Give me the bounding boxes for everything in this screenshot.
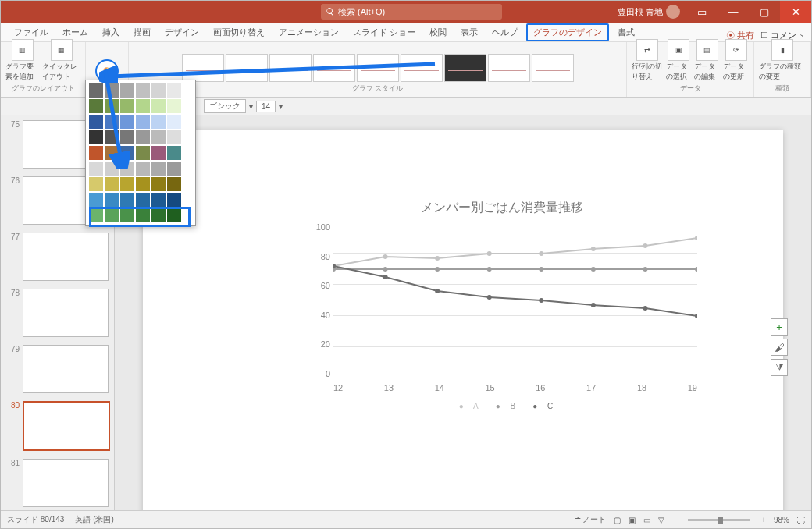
minimize-button[interactable]: — [718,1,749,23]
chart-styles-button[interactable]: 🖌 [771,339,788,356]
zoom-label[interactable]: 98% [774,516,789,524]
color-swatch[interactable] [136,99,150,113]
editor-canvas: メンバー別ごはん消費量推移 10080604020012131415161718… [115,115,811,510]
search-icon [326,7,335,16]
tab-transitions[interactable]: 画面切り替え [206,23,272,41]
color-swatch[interactable] [120,177,134,191]
font-size-select[interactable]: 14 [256,101,276,112]
tab-chart-design[interactable]: グラフのデザイン [526,23,609,41]
add-chart-element-button[interactable]: ▥ グラフ要素を追加 [5,39,39,82]
color-swatch[interactable] [167,83,181,98]
slide[interactable]: メンバー別ごはん消費量推移 10080604020012131415161718… [143,130,783,510]
search-placeholder: 検索 (Alt+Q) [338,6,385,18]
chart-elements-button[interactable]: + [771,318,788,336]
ribbon-options-button[interactable]: ▭ [686,1,718,23]
color-swatch[interactable] [151,177,166,191]
color-swatch[interactable] [167,99,181,113]
refresh-icon: ⟳ [725,39,747,61]
notes-button[interactable]: ≐ ノート [575,514,607,525]
user-identity[interactable]: 豊田根 青地 [618,5,680,19]
color-swatch[interactable] [167,130,181,144]
tab-insert[interactable]: 挿入 [95,23,126,41]
fit-button[interactable]: ⛶ [797,516,805,524]
maximize-button[interactable]: ▢ [749,1,780,23]
chart-plot[interactable]: 1008060402001213141516171819 [307,222,697,378]
slide-thumb[interactable]: 79 [1,345,114,393]
search-box[interactable]: 検索 (Alt+Q) [321,4,502,20]
view-reading-button[interactable]: ▭ [643,516,650,524]
font-name-select[interactable]: ゴシック [204,99,246,113]
group-label-styles: グラフ スタイル [352,83,404,94]
color-swatch[interactable] [151,115,166,129]
color-swatch[interactable] [167,115,181,129]
tab-design[interactable]: デザイン [158,23,206,41]
group-label-type: 種類 [775,83,789,94]
chart-style-7[interactable] [444,54,486,82]
tab-animations[interactable]: アニメーション [272,23,346,41]
color-swatch[interactable] [136,193,150,207]
color-swatch[interactable] [136,83,150,98]
annotation-arrow-2 [99,68,130,169]
tab-view[interactable]: 表示 [454,23,485,41]
color-swatch[interactable] [89,177,103,191]
select-data-button[interactable]: ▣データの選択 [666,39,692,82]
chart-legend[interactable]: —●— A—●— B—●— C [283,402,721,410]
color-swatch[interactable] [136,146,150,160]
color-swatch[interactable] [89,193,103,207]
chart-filters-button[interactable]: ⧩ [771,359,788,376]
color-swatch[interactable] [151,83,166,98]
view-slideshow-button[interactable]: ▽ [658,516,664,524]
svg-line-0 [110,64,435,76]
quick-layout-icon: ▦ [51,39,73,61]
color-swatch[interactable] [167,177,181,191]
color-swatch[interactable] [151,193,166,207]
chart-style-8[interactable] [488,54,530,82]
color-swatch[interactable] [105,177,119,191]
change-chart-type-button[interactable]: ▮グラフの種類の変更 [759,39,806,82]
color-swatch[interactable] [151,162,166,176]
avatar [666,5,680,19]
user-name: 豊田根 青地 [618,6,663,18]
slide-thumb[interactable]: 78 [1,289,114,337]
switch-row-col-button[interactable]: ⇄行/列の切り替え [632,39,663,82]
tab-draw[interactable]: 描画 [126,23,158,41]
color-swatch[interactable] [167,162,181,176]
color-swatch[interactable] [136,177,150,191]
chart-title[interactable]: メンバー別ごはん消費量推移 [283,200,721,216]
slide-counter: スライド 80/143 [7,514,64,525]
edit-data-button[interactable]: ▤データの編集 [694,39,720,82]
select-data-icon: ▣ [668,39,689,61]
color-swatch[interactable] [136,162,150,176]
quick-layout-button[interactable]: ▦ クイックレイアウト [42,39,80,82]
close-button[interactable]: ✕ [780,1,811,23]
color-swatch[interactable] [151,99,166,113]
chart[interactable]: メンバー別ごはん消費量推移 10080604020012131415161718… [283,200,721,418]
view-sorter-button[interactable]: ▣ [629,516,636,524]
color-swatch[interactable] [167,193,181,207]
slide-thumb[interactable]: 77 [1,233,114,281]
chart-style-9[interactable] [532,54,574,82]
group-label-layout: グラフのレイアウト [12,83,75,94]
slide-thumb[interactable]: 81 [1,459,114,507]
color-swatch[interactable] [105,193,119,207]
tab-slideshow[interactable]: スライド ショー [346,23,422,41]
switch-icon: ⇄ [636,39,658,61]
color-swatch[interactable] [120,193,134,207]
color-swatch[interactable] [136,115,150,129]
color-swatch[interactable] [151,146,166,160]
zoom-in-button[interactable]: + [761,516,766,524]
chart-type-icon: ▮ [771,39,793,61]
color-swatch[interactable] [136,130,150,144]
language-indicator[interactable]: 英語 (米国) [75,514,113,525]
refresh-data-button[interactable]: ⟳データの更新 [723,39,749,82]
view-normal-button[interactable]: ▢ [614,516,621,524]
color-swatch[interactable] [151,130,166,144]
titlebar: 検索 (Alt+Q) 豊田根 青地 ▭ — ▢ ✕ [1,1,811,23]
tab-review[interactable]: 校閲 [422,23,454,41]
tab-help[interactable]: ヘルプ [485,23,525,41]
zoom-out-button[interactable]: − [672,516,677,524]
color-swatch[interactable] [167,146,181,160]
zoom-slider[interactable] [688,519,750,521]
annotation-arrow-1 [99,59,443,83]
slide-thumb[interactable]: 80 [1,401,114,451]
